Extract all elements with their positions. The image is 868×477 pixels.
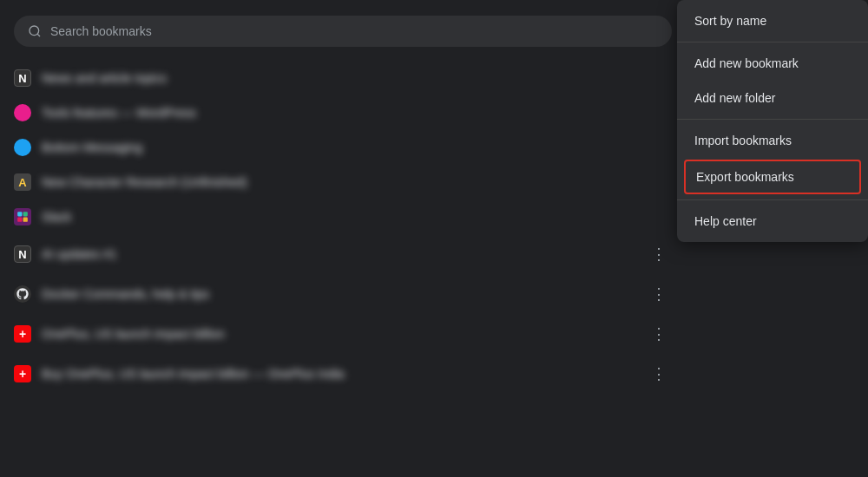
export-bookmarks-button[interactable]: Export bookmarks — [684, 160, 861, 194]
search-icon — [28, 24, 42, 38]
list-item[interactable]: N News and article topics — [0, 61, 686, 95]
search-input[interactable]: Search bookmarks — [50, 24, 658, 38]
bookmark-title: Slack — [42, 210, 672, 224]
favicon — [14, 104, 31, 121]
bookmark-panel: Search bookmarks N News and article topi… — [0, 0, 686, 477]
menu-section-add: Add new bookmark Add new folder — [677, 42, 868, 120]
bookmark-title: Docker Commands, help & tips — [42, 287, 635, 301]
favicon: + — [14, 365, 31, 382]
list-item[interactable]: Slack — [0, 199, 686, 234]
list-item[interactable]: + OnePlus, US launch impact billion ⋮ — [0, 314, 686, 354]
bookmark-title: New Character Research (Unfinished) — [42, 175, 672, 189]
menu-section-import-export: Import bookmarks Export bookmarks — [677, 120, 868, 200]
favicon — [14, 139, 31, 156]
favicon — [14, 208, 31, 225]
help-center-button[interactable]: Help center — [677, 204, 868, 238]
favicon: N — [14, 69, 31, 87]
list-item[interactable]: Docker Commands, help & tips ⋮ — [0, 274, 686, 314]
dropdown-panel: Sort by name Add new bookmark Add new fo… — [686, 0, 868, 477]
svg-rect-2 — [17, 212, 22, 216]
svg-rect-5 — [23, 218, 28, 222]
menu-section-help: Help center — [677, 200, 868, 242]
favicon — [14, 285, 31, 303]
list-item[interactable]: N AI updates #1 ⋮ — [0, 234, 686, 274]
list-item[interactable]: A New Character Research (Unfinished) — [0, 165, 686, 199]
bookmark-list: N News and article topics Tools features… — [0, 61, 686, 394]
bookmark-title: AI updates #1 — [42, 247, 635, 261]
import-bookmarks-button[interactable]: Import bookmarks — [677, 123, 868, 158]
search-bar[interactable]: Search bookmarks — [14, 16, 672, 47]
favicon: + — [14, 325, 31, 343]
bookmark-title: OnePlus, US launch impact billion — [42, 327, 635, 341]
more-options-icon[interactable]: ⋮ — [646, 323, 672, 345]
context-menu: Sort by name Add new bookmark Add new fo… — [677, 0, 868, 242]
add-new-folder-button[interactable]: Add new folder — [677, 81, 868, 115]
bookmark-title: Buy OnePlus, US launch impact billion — … — [42, 367, 635, 381]
search-container: Search bookmarks — [0, 9, 686, 54]
svg-line-1 — [37, 34, 40, 36]
more-options-icon[interactable]: ⋮ — [646, 363, 672, 385]
more-options-icon[interactable]: ⋮ — [646, 243, 672, 265]
list-item[interactable]: Bottom Messaging — [0, 130, 686, 165]
list-item[interactable]: Tools features — WordPress — [0, 95, 686, 130]
more-options-icon[interactable]: ⋮ — [646, 283, 672, 305]
svg-rect-3 — [23, 212, 28, 216]
menu-section-sort: Sort by name — [677, 0, 868, 42]
svg-rect-4 — [17, 218, 22, 222]
bookmark-title: Bottom Messaging — [42, 140, 672, 154]
add-new-bookmark-button[interactable]: Add new bookmark — [677, 46, 868, 81]
svg-point-0 — [30, 26, 39, 36]
bookmark-title: News and article topics — [42, 71, 672, 85]
bookmark-title: Tools features — WordPress — [42, 106, 672, 120]
favicon: N — [14, 245, 31, 263]
favicon: A — [14, 173, 31, 191]
sort-by-name-button[interactable]: Sort by name — [677, 3, 868, 38]
list-item[interactable]: + Buy OnePlus, US launch impact billion … — [0, 354, 686, 394]
